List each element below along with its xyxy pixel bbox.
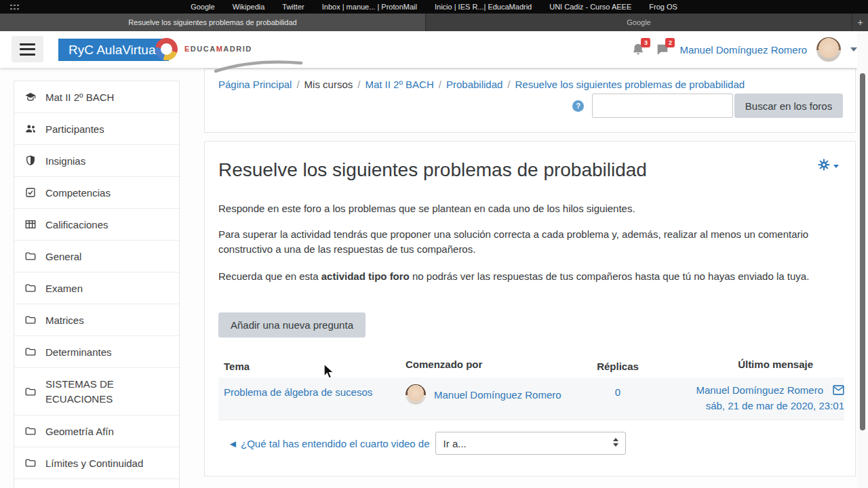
bookmark-frog-os[interactable]: Frog OS	[649, 3, 677, 11]
scrollbar-track[interactable]	[857, 31, 868, 488]
user-menu-name[interactable]: Manuel Domínguez Romero	[679, 44, 807, 56]
starter-avatar[interactable]	[406, 384, 426, 405]
discussion-topic-link[interactable]: Problema de álgebra de sucesos	[224, 386, 372, 398]
sidebar-item-examen[interactable]: Examen	[14, 272, 179, 304]
jump-to-select[interactable]: Ir a...	[435, 432, 626, 455]
table-row: Problema de álgebra de sucesos Manuel Do…	[218, 378, 844, 420]
sidebar-item-label: Examen	[45, 283, 83, 294]
sidebar-item-participantes[interactable]: Participantes	[14, 113, 179, 145]
prev-link-label: ¿Qué tal has entendido el cuarto video d…	[241, 438, 430, 449]
previous-activity-link[interactable]: ◄ ¿Qué tal has entendido el cuarto video…	[228, 438, 430, 449]
header-comenzado: Comenzado por	[406, 359, 580, 370]
tab-forum[interactable]: Resuelve los siguientes problemas de pro…	[0, 14, 426, 31]
settings-menu[interactable]	[817, 158, 839, 171]
course-sidebar: Mat II 2º BACH Participantes Insignias C…	[14, 81, 180, 488]
brand-part: DUCA	[191, 45, 216, 53]
bookmark-uni-cadiz[interactable]: UNI Cadiz - Curso AEEE	[549, 3, 631, 11]
brand-part: E	[184, 45, 191, 53]
messages-icon[interactable]: 2	[655, 42, 670, 57]
new-tab-button[interactable]: +	[852, 14, 868, 31]
graduation-cap-icon	[24, 91, 37, 103]
sidebar-item-geometria[interactable]: Geometría Afín	[14, 415, 179, 447]
folder-icon	[24, 282, 37, 294]
sidebar-item-label: Competencias	[45, 187, 111, 199]
forum-description-2: Para superar la actividad tendrás que pr…	[218, 227, 830, 257]
sidebar-item-label: Mat II 2º BACH	[45, 92, 114, 103]
header-tema: Tema	[218, 359, 406, 372]
breadcrumb-course[interactable]: Mat II 2º BACH	[365, 79, 433, 90]
scrollbar-thumb[interactable]	[860, 73, 865, 430]
header-replicas: Réplicas	[580, 359, 655, 372]
breadcrumb-separator: /	[357, 79, 360, 90]
user-menu-caret-icon[interactable]	[850, 47, 857, 52]
sidebar-item-competencias[interactable]: Competencias	[14, 177, 179, 209]
prev-arrow-icon: ◄	[228, 438, 238, 449]
sidebar-item-label: Determinantes	[45, 346, 112, 358]
folder-icon	[24, 425, 37, 437]
breadcrumb: Página Principal/Mis cursos/Mat II 2º BA…	[218, 79, 745, 90]
site-header: RyC AulaVirtual EDUCAMADRID 3 2 Manuel D…	[0, 31, 868, 68]
bookmark-educamadrid[interactable]: Inicio | IES R...| EducaMadrid	[435, 3, 532, 11]
apps-grid-icon[interactable]	[9, 3, 20, 11]
forum-description-3: Recuerda que en esta actividad tipo foro…	[218, 269, 830, 284]
help-icon[interactable]: ?	[572, 100, 584, 112]
hamburger-menu-button[interactable]	[12, 36, 43, 62]
grades-table-icon	[24, 218, 37, 230]
bookmark-twitter[interactable]: Twitter	[282, 3, 304, 11]
bookmark-google[interactable]: Google	[191, 3, 214, 11]
sidebar-item-label: Calificaciones	[45, 219, 108, 230]
gear-icon	[817, 158, 831, 171]
last-post-date-link[interactable]: sáb, 21 de mar de 2020, 23:01	[655, 400, 844, 411]
breadcrumb-section[interactable]: Probabilidad	[446, 79, 502, 90]
scrolled-logo-arc	[214, 57, 304, 75]
sidebar-item-determinantes[interactable]: Determinantes	[14, 336, 179, 368]
sidebar-item-label: Geometría Afín	[45, 426, 114, 437]
educamadrid-logo-icon	[155, 38, 178, 60]
folder-icon	[24, 346, 37, 358]
table-header-row: Tema Comenzado por Réplicas Último mensa…	[218, 359, 844, 378]
sidebar-item-insignias[interactable]: Insignias	[14, 145, 179, 177]
discussion-table: Tema Comenzado por Réplicas Último mensa…	[218, 359, 844, 420]
forum-search-button[interactable]: Buscar en los foros	[734, 94, 843, 118]
sidebar-item-partial[interactable]	[14, 479, 179, 488]
sidebar-item-label: Matrices	[45, 314, 84, 326]
sidebar-item-course[interactable]: Mat II 2º BACH	[14, 81, 179, 113]
sidebar-item-limites[interactable]: Límites y Continuidad	[14, 447, 179, 479]
last-post-author-link[interactable]: Manuel Domínguez Romero	[696, 384, 823, 396]
sidebar-item-label: Insignias	[45, 155, 85, 167]
bookmarks-bar: Google Wikipedia Twitter Inbox | manue..…	[0, 0, 868, 14]
jump-to-value: Ir a...	[443, 438, 467, 449]
notifications-count-badge: 3	[641, 38, 650, 47]
educamadrid-wordmark: EDUCAMADRID	[184, 45, 252, 53]
forum-search-input[interactable]	[592, 94, 733, 118]
tab-google[interactable]: Google	[426, 14, 852, 31]
add-question-button[interactable]: Añadir una nueva pregunta	[218, 312, 366, 338]
forum-search: ? Buscar en los foros	[572, 94, 843, 118]
sidebar-item-general[interactable]: General	[14, 241, 179, 272]
forum-description-1: Responde en este foro a los problemas qu…	[218, 201, 830, 216]
user-avatar[interactable]	[816, 37, 841, 62]
brand-part: M	[216, 45, 224, 53]
bookmark-protonmail[interactable]: Inbox | manue... | ProtonMail	[322, 3, 417, 11]
forum-card: Resuelve los siguientes problemas de pro…	[204, 141, 856, 476]
breadcrumb-separator: /	[439, 79, 441, 90]
folder-icon	[24, 250, 37, 262]
select-spinner-icon	[613, 438, 618, 447]
users-icon	[24, 123, 37, 135]
sidebar-item-matrices[interactable]: Matrices	[14, 304, 179, 336]
bookmark-wikipedia[interactable]: Wikipedia	[233, 3, 265, 11]
breadcrumb-card: Página Principal/Mis cursos/Mat II 2º BA…	[204, 68, 856, 133]
replies-count-link[interactable]: 0	[615, 386, 620, 398]
envelope-icon[interactable]	[833, 385, 844, 395]
notifications-bell-icon[interactable]: 3	[631, 42, 646, 57]
starter-name-link[interactable]: Manuel Domínguez Romero	[434, 389, 561, 401]
header-ultimo: Último mensaje	[655, 359, 844, 370]
breadcrumb-activity[interactable]: Resuelve los siguientes problemas de pro…	[515, 79, 745, 90]
breadcrumb-separator: /	[507, 79, 510, 90]
breadcrumb-home[interactable]: Página Principal	[218, 79, 292, 90]
sidebar-item-sistemas[interactable]: SISTEMAS DE ECUACIONES	[14, 368, 179, 415]
sidebar-item-label: Participantes	[45, 123, 104, 135]
sidebar-item-calificaciones[interactable]: Calificaciones	[14, 209, 179, 241]
site-title[interactable]: RyC AulaVirtual	[58, 39, 169, 61]
breadcrumb-separator: /	[296, 79, 299, 90]
